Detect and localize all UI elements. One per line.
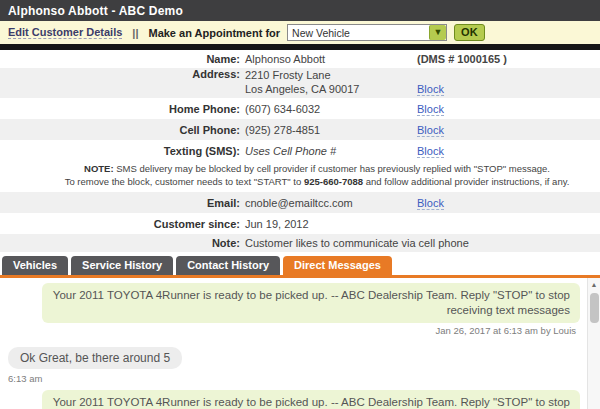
page-title: Alphonso Abbott - ABC Demo [8, 4, 183, 18]
detail-row-home-phone: Home Phone: (607) 634-6032 Block [0, 98, 600, 119]
message-timestamp: Jan 26, 2017 at 6:13 am by Louis [0, 325, 576, 337]
customer-since-value: Jun 19, 2012 [245, 218, 417, 230]
dms-number: (DMS # 1000165 ) [417, 53, 507, 65]
detail-row-address: Address: 2210 Frosty Lane Los Angeles, C… [0, 68, 600, 98]
cell-phone-label: Cell Phone: [0, 124, 245, 136]
vehicle-select-value: New Vehicle [288, 27, 429, 39]
detail-row-texting: Texting (SMS): Uses Cell Phone # Block N… [0, 140, 600, 192]
detail-row-name: Name: Alphonso Abbott (DMS # 1000165 ) [0, 50, 600, 68]
appointment-label: Make an Appointment for [148, 27, 280, 39]
home-phone-label: Home Phone: [0, 103, 245, 115]
home-phone-value: (607) 634-6032 [245, 103, 417, 115]
tab-service-history[interactable]: Service History [71, 256, 173, 275]
direct-messages-panel: Your 2011 TOYOTA 4Runner is ready to be … [0, 278, 600, 409]
sms-note: NOTE: SMS delivery may be blocked by cel… [0, 161, 600, 192]
detail-row-email: Email: cnoble@emailtcc.com Block [0, 192, 600, 213]
detail-row-cell-phone: Cell Phone: (925) 278-4851 Block [0, 119, 600, 140]
action-bar: Edit Customer Details || Make an Appoint… [0, 21, 600, 44]
separator: || [132, 27, 138, 39]
block-texting-link[interactable]: Block [417, 145, 444, 158]
outgoing-message-bubble: Your 2011 TOYOTA 4Runner is ready to be … [42, 283, 580, 323]
message-timestamp: 6:13 am [8, 373, 584, 385]
vehicle-select[interactable]: New Vehicle ▼ [287, 24, 447, 41]
address-label: Address: [0, 68, 245, 80]
address-value: 2210 Frosty Lane Los Angeles, CA 90017 [245, 68, 417, 96]
customer-details: Name: Alphonso Abbott (DMS # 1000165 ) A… [0, 50, 600, 252]
note-label: Note: [0, 237, 245, 249]
scroll-up-icon[interactable]: ▲ [588, 278, 600, 291]
email-value: cnoble@emailtcc.com [245, 197, 417, 209]
outgoing-message-bubble: Your 2011 TOYOTA 4Runner is ready to be … [42, 390, 580, 409]
tab-direct-messages[interactable]: Direct Messages [283, 256, 392, 275]
message-list: Your 2011 TOYOTA 4Runner is ready to be … [0, 283, 600, 409]
detail-row-note: Note: Customer likes to communicate via … [0, 234, 600, 252]
edit-customer-details-link[interactable]: Edit Customer Details [8, 26, 122, 39]
incoming-message-bubble: Ok Great, be there around 5 [8, 347, 182, 369]
sms-note-phone: 925-660-7088 [304, 176, 363, 187]
tab-contact-history[interactable]: Contact History [176, 256, 280, 275]
texting-label: Texting (SMS): [0, 145, 245, 157]
chevron-down-icon[interactable]: ▼ [429, 25, 446, 40]
ok-button[interactable]: OK [454, 24, 485, 41]
block-home-phone-link[interactable]: Block [417, 103, 444, 116]
email-label: Email: [0, 197, 245, 209]
block-email-link[interactable]: Block [417, 197, 444, 210]
cell-phone-value: (925) 278-4851 [245, 124, 417, 136]
name-label: Name: [0, 53, 245, 65]
address-line1: 2210 Frosty Lane [245, 68, 417, 82]
tab-bar: Vehicles Service History Contact History… [0, 252, 600, 275]
block-cell-phone-link[interactable]: Block [417, 124, 444, 137]
tab-vehicles[interactable]: Vehicles [2, 256, 68, 275]
sms-note-prefix: NOTE: [84, 163, 114, 174]
scrollbar-thumb[interactable] [590, 293, 599, 323]
customer-since-label: Customer since: [0, 218, 245, 230]
address-line2: Los Angeles, CA 90017 [245, 82, 417, 96]
name-value: Alphonso Abbott [245, 53, 417, 65]
sms-note-line2a: To remove the block, customer needs to t… [65, 176, 304, 187]
sms-note-line1: SMS delivery may be blocked by cell prov… [114, 163, 550, 174]
block-address-link[interactable]: Block [417, 83, 444, 96]
sms-note-line2b: and follow additional provider instructi… [363, 176, 569, 187]
texting-value: Uses Cell Phone # [245, 145, 417, 157]
detail-row-customer-since: Customer since: Jun 19, 2012 [0, 213, 600, 234]
note-value: Customer likes to communicate via cell p… [245, 237, 600, 249]
scrollbar[interactable]: ▲ [587, 278, 600, 409]
window-title-bar: Alphonso Abbott - ABC Demo [0, 0, 600, 21]
